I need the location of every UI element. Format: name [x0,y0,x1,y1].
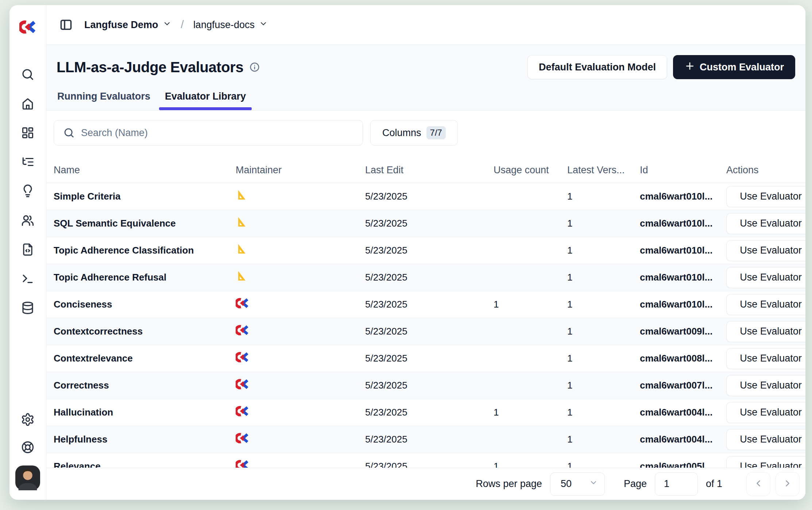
previous-page-button[interactable] [746,472,770,496]
table-row[interactable]: SQL Semantic Equivalence 5/23/2025 1 cma… [46,210,805,237]
evaluator-name: Topic Adherence Refusal [54,272,236,283]
use-evaluator-button[interactable]: Use Evaluator [726,456,805,468]
tracing-icon [21,155,35,169]
langfuse-icon [236,406,249,417]
table-row[interactable]: Simple Criteria 5/23/2025 1 cmal6wart010… [46,183,805,210]
actions-cell: Use Evaluator [726,429,805,450]
column-header-actions: Actions [726,165,805,176]
last-edit-cell: 5/23/2025 [365,191,494,202]
evaluator-name: Conciseness [54,299,236,310]
table-row[interactable]: Conciseness 5/23/2025 1 1 cmal6wart010l.… [46,291,805,318]
latest-version-cell: 1 [567,191,640,202]
table-row[interactable]: Topic Adherence Refusal 5/23/2025 1 cmal… [46,264,805,291]
last-edit-cell: 5/23/2025 [365,380,494,391]
use-evaluator-button[interactable]: Use Evaluator [726,402,805,423]
search-box [54,120,363,146]
actions-cell: Use Evaluator [726,348,805,369]
column-header-name: Name [54,165,236,176]
sidebar-item-tracing[interactable] [18,152,37,171]
chevron-down-icon [259,19,268,31]
id-cell: cmal6wart005l... [640,461,726,468]
latest-version-cell: 1 [567,299,640,310]
sidebar-item-search[interactable] [18,65,37,84]
actions-cell: Use Evaluator [726,294,805,315]
last-edit-cell: 5/23/2025 [365,434,494,445]
id-cell: cmal6wart010l... [640,245,726,256]
langfuse-icon [236,460,249,468]
maintainer-cell [236,460,365,468]
sidebar-item-settings[interactable] [18,410,37,429]
sidebar-toggle-button[interactable] [57,15,76,34]
organization-switcher[interactable]: Langfuse Demo [83,17,173,33]
rows-per-page-value: 50 [561,478,572,490]
database-icon [21,301,35,315]
use-evaluator-button[interactable]: Use Evaluator [726,267,805,288]
sidebar-item-users[interactable] [18,211,37,230]
table-row[interactable]: Hallucination 5/23/2025 1 1 cmal6wart004… [46,399,805,426]
sidebar-item-dashboards[interactable] [18,123,37,142]
latest-version-cell: 1 [567,272,640,283]
settings-icon [21,413,35,426]
page-number-input[interactable] [655,472,698,496]
table-row[interactable]: Topic Adherence Classification 5/23/2025… [46,237,805,264]
use-evaluator-button[interactable]: Use Evaluator [726,375,805,396]
langfuse-window: Langfuse Demo / langfuse-docs L [9,5,805,500]
maintainer-cell [236,243,365,258]
page-title: LLM-as-a-Judge Evaluators [57,59,243,76]
use-evaluator-button[interactable]: Use Evaluator [726,429,805,450]
tab-evaluator-library[interactable]: Evaluator Library [159,91,252,110]
table-row[interactable]: Helpfulness 5/23/2025 1 cmal6wart004l...… [46,426,805,453]
use-evaluator-button[interactable]: Use Evaluator [726,213,805,234]
chevron-down-icon [589,478,598,490]
ragas-icon [236,270,248,282]
use-evaluator-button[interactable]: Use Evaluator [726,348,805,369]
column-header-last-edit: Last Edit [365,165,494,176]
table-body: Simple Criteria 5/23/2025 1 cmal6wart010… [46,183,805,468]
sidebar-item-database[interactable] [18,298,37,317]
sidebar-item-prompts[interactable] [18,182,37,201]
last-edit-cell: 5/23/2025 [365,218,494,229]
table-row[interactable]: Correctness 5/23/2025 1 cmal6wart007l...… [46,372,805,399]
custom-evaluator-button[interactable]: Custom Evaluator [673,55,795,79]
langfuse-logo-button[interactable] [18,18,37,36]
table-row[interactable]: Contextcorrectness 5/23/2025 1 cmal6wart… [46,318,805,345]
id-cell: cmal6wart007l... [640,380,726,391]
evaluator-name: Contextcorrectness [54,326,236,337]
actions-cell: Use Evaluator [726,375,805,396]
main-area: Langfuse Demo / langfuse-docs L [46,5,805,500]
sidebar-item-playground[interactable] [18,269,37,288]
sidebar-item-home[interactable] [18,94,37,113]
user-avatar[interactable] [15,465,40,490]
project-switcher[interactable]: langfuse-docs [192,17,269,33]
actions-cell: Use Evaluator [726,456,805,468]
use-evaluator-button[interactable]: Use Evaluator [726,186,805,207]
organization-name: Langfuse Demo [84,19,158,31]
search-input[interactable] [54,120,363,146]
pagination-bar: Rows per page 50 Page of 1 [46,468,805,500]
sidebar-item-support[interactable] [18,438,37,457]
latest-version-cell: 1 [567,326,640,337]
info-icon[interactable] [249,62,260,73]
default-evaluation-model-button[interactable]: Default Evaluation Model [527,55,667,79]
panel-left-icon [59,18,73,31]
evaluator-name: Contextrelevance [54,353,236,364]
table-row[interactable]: Contextrelevance 5/23/2025 1 cmal6wart00… [46,345,805,372]
table-row[interactable]: Relevance 5/23/2025 1 1 cmal6wart005l...… [46,453,805,468]
latest-version-cell: 1 [567,407,640,418]
usage-count-cell: 1 [494,407,567,418]
sidebar-item-datasets[interactable] [18,240,37,259]
column-header-usage-count: Usage count [494,165,567,176]
columns-button[interactable]: Columns 7/7 [370,120,458,146]
tab-running-evaluators[interactable]: Running Evaluators [51,91,156,110]
rows-per-page-select[interactable]: 50 [550,472,605,496]
chevron-right-icon [782,478,793,490]
use-evaluator-button[interactable]: Use Evaluator [726,294,805,315]
last-edit-cell: 5/23/2025 [365,326,494,337]
maintainer-cell [236,379,365,392]
use-evaluator-button[interactable]: Use Evaluator [726,240,805,261]
langfuse-icon [236,325,249,336]
next-page-button[interactable] [776,472,800,496]
columns-count-badge: 7/7 [426,126,446,139]
use-evaluator-button[interactable]: Use Evaluator [726,321,805,342]
chevron-left-icon [753,478,763,490]
